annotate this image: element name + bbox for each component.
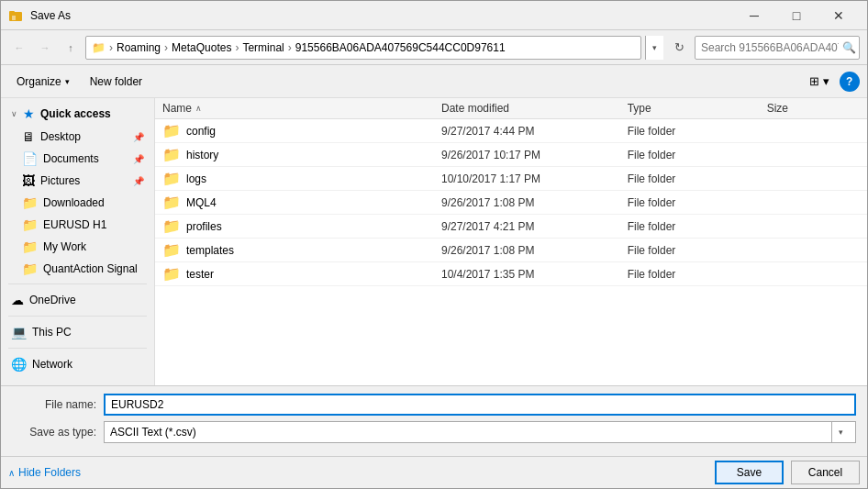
organize-label: Organize — [17, 75, 61, 88]
file-name-text: MQL4 — [186, 196, 217, 209]
file-date: 9/27/2017 4:21 PM — [441, 220, 628, 233]
pin-icon-pictures: 📌 — [133, 176, 144, 186]
quick-access-label: Quick access — [40, 107, 111, 120]
sidebar-divider-2 — [8, 316, 147, 317]
file-date: 9/26/2017 1:08 PM — [441, 244, 628, 257]
search-input[interactable] — [701, 41, 839, 54]
path-metaquotes: MetaQuotes — [172, 41, 231, 54]
sidebar-label-documents: Documents — [43, 152, 128, 165]
table-row[interactable]: 📁 logs 10/10/2017 1:17 PM File folder — [155, 167, 867, 191]
main-content: ∨ ★ Quick access 🖥 Desktop 📌 📄 Documents… — [1, 98, 867, 385]
dialog-icon — [8, 8, 23, 23]
folder-icon: 📁 — [162, 217, 181, 235]
sidebar-label-network: Network — [32, 358, 72, 371]
minimize-button[interactable]: ─ — [733, 1, 775, 30]
column-date[interactable]: Date modified — [441, 102, 628, 115]
pin-icon-desktop: 📌 — [133, 132, 144, 142]
quick-access-chevron: ∨ — [11, 109, 17, 118]
table-row[interactable]: 📁 MQL4 9/26/2017 1:08 PM File folder — [155, 191, 867, 215]
quantaction-icon: 📁 — [22, 261, 38, 276]
column-size[interactable]: Size — [767, 102, 860, 115]
savetype-arrow: ▾ — [831, 422, 850, 442]
file-type: File folder — [628, 196, 767, 209]
back-button[interactable]: ← — [8, 36, 30, 60]
hide-folders-label[interactable]: Hide Folders — [18, 466, 81, 479]
sidebar-item-quantaction[interactable]: 📁 QuantAction Signal — [3, 258, 152, 280]
filename-row: File name: — [12, 394, 856, 416]
sidebar-item-onedrive[interactable]: ☁ OneDrive — [3, 288, 152, 312]
cancel-button[interactable]: Cancel — [791, 461, 860, 484]
onedrive-icon: ☁ — [11, 293, 24, 307]
table-row[interactable]: 📁 config 9/27/2017 4:44 PM File folder — [155, 119, 867, 143]
savetype-label: Save as type: — [12, 426, 104, 439]
path-roaming-text: Roaming — [117, 41, 161, 54]
file-rows-container: 📁 config 9/27/2017 4:44 PM File folder 📁… — [155, 119, 867, 286]
folder-icon: 📁 — [162, 146, 181, 163]
file-type: File folder — [628, 149, 767, 161]
new-folder-button[interactable]: New folder — [82, 70, 150, 94]
savetype-value: ASCII Text (*.csv) — [110, 426, 831, 439]
column-name[interactable]: Name ∧ — [162, 102, 441, 115]
pictures-icon: 🖼 — [22, 173, 35, 188]
help-button[interactable]: ? — [840, 72, 860, 92]
address-dropdown-button[interactable]: ▾ — [645, 36, 663, 60]
new-folder-label: New folder — [90, 75, 142, 88]
folder-icon: 📁 — [162, 122, 181, 139]
mywork-icon: 📁 — [22, 239, 38, 254]
file-type: File folder — [628, 268, 767, 281]
pin-icon-documents: 📌 — [133, 154, 144, 164]
hide-folders-arrow-icon: ∧ — [8, 468, 15, 478]
view-button[interactable]: ⊞ ▾ — [803, 70, 836, 94]
forward-button[interactable]: → — [34, 36, 56, 60]
sidebar-item-network[interactable]: 🌐 Network — [3, 352, 152, 376]
organize-button[interactable]: Organize ▾ — [8, 70, 78, 94]
file-name-text: profiles — [186, 220, 222, 233]
path-terminal: Terminal — [242, 41, 284, 54]
action-buttons: Save Cancel — [715, 461, 860, 484]
sidebar-item-documents[interactable]: 📄 Documents 📌 — [3, 148, 152, 170]
file-type: File folder — [628, 244, 767, 257]
table-row[interactable]: 📁 history 9/26/2017 10:17 PM File folder — [155, 143, 867, 167]
sidebar-label-onedrive: OneDrive — [29, 294, 76, 306]
downloaded-icon: 📁 — [22, 195, 38, 210]
savetype-dropdown[interactable]: ASCII Text (*.csv) ▾ — [104, 421, 856, 443]
filename-input[interactable] — [104, 394, 856, 416]
sidebar-item-thispc[interactable]: 💻 This PC — [3, 320, 152, 344]
table-row[interactable]: 📁 tester 10/4/2017 1:35 PM File folder — [155, 262, 867, 286]
file-date: 10/4/2017 1:35 PM — [441, 268, 628, 281]
close-button[interactable]: ✕ — [818, 1, 860, 30]
sidebar-item-downloaded[interactable]: 📁 Downloaded — [3, 192, 152, 214]
sidebar-label-desktop: Desktop — [40, 130, 128, 143]
sidebar-label-pictures: Pictures — [40, 174, 128, 187]
file-name-text: templates — [186, 244, 234, 257]
toolbar-right: ⊞ ▾ ? — [803, 70, 860, 94]
address-path[interactable]: 📁 › Name Roaming › MetaQuotes › Terminal… — [85, 36, 641, 60]
sidebar-item-eurusd[interactable]: 📁 EURUSD H1 — [3, 214, 152, 236]
search-icon: 🔍 — [842, 41, 856, 54]
sidebar-item-pictures[interactable]: 🖼 Pictures 📌 — [3, 170, 152, 192]
column-type[interactable]: Type — [628, 102, 767, 115]
sidebar-label-downloaded: Downloaded — [43, 196, 144, 209]
sidebar-item-mywork[interactable]: 📁 My Work — [3, 236, 152, 258]
sidebar-item-desktop[interactable]: 🖥 Desktop 📌 — [3, 126, 152, 148]
quick-access-header[interactable]: ∨ ★ Quick access — [3, 102, 152, 126]
file-date: 9/26/2017 1:08 PM — [441, 196, 628, 209]
sidebar-label-thispc: This PC — [32, 326, 72, 339]
file-list: Name ∧ Date modified Type Size 📁 config … — [155, 98, 867, 385]
maximize-button[interactable]: □ — [775, 1, 818, 30]
folder-icon: 📁 — [162, 170, 181, 187]
file-name-text: history — [186, 149, 218, 161]
filename-label: File name: — [12, 398, 104, 411]
eurusd-icon: 📁 — [22, 217, 38, 232]
organize-arrow: ▾ — [65, 77, 70, 86]
refresh-button[interactable]: ↻ — [667, 36, 691, 60]
up-button[interactable]: ↑ — [60, 36, 82, 60]
folder-icon: 📁 — [162, 265, 181, 283]
file-name-text: config — [186, 125, 216, 138]
table-row[interactable]: 📁 templates 9/26/2017 1:08 PM File folde… — [155, 239, 867, 262]
save-button[interactable]: Save — [715, 461, 784, 484]
svg-rect-2 — [12, 16, 16, 20]
table-row[interactable]: 📁 profiles 9/27/2017 4:21 PM File folder — [155, 215, 867, 239]
save-as-dialog: Save As ─ □ ✕ ← → ↑ 📁 › Name Roaming › M… — [0, 0, 868, 489]
documents-icon: 📄 — [22, 151, 38, 166]
